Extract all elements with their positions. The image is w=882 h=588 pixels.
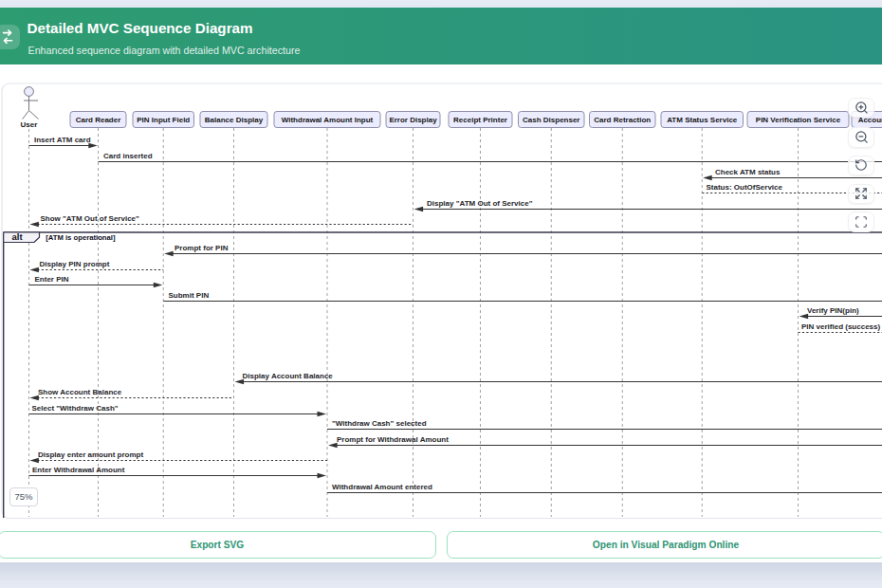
svg-text:"Withdraw Cash" selected: "Withdraw Cash" selected	[332, 419, 427, 428]
svg-text:Show "ATM Out of Service": Show "ATM Out of Service"	[41, 214, 140, 223]
svg-text:Prompt for Withdrawal Amount: Prompt for Withdrawal Amount	[337, 435, 449, 444]
svg-text:ATM Status Service: ATM Status Service	[667, 116, 738, 124]
svg-text:Card Reader: Card Reader	[76, 116, 121, 124]
svg-text:Withdrawal Amount Input: Withdrawal Amount Input	[282, 116, 374, 124]
svg-text:Submit PIN: Submit PIN	[169, 291, 210, 300]
svg-text:alt: alt	[12, 231, 24, 242]
svg-text:User: User	[21, 120, 38, 129]
svg-text:Insert ATM card: Insert ATM card	[34, 136, 91, 144]
svg-text:Enter Withdrawal Amount: Enter Withdrawal Amount	[32, 466, 125, 474]
svg-text:Display Account Balance: Display Account Balance	[243, 372, 334, 380]
svg-text:Check ATM status: Check ATM status	[715, 168, 781, 176]
svg-text:Display enter amount prompt: Display enter amount prompt	[38, 450, 143, 459]
svg-text:Cash Dispenser: Cash Dispenser	[523, 116, 579, 124]
svg-text:Select "Withdraw Cash": Select "Withdraw Cash"	[32, 404, 119, 413]
svg-text:Balance Display: Balance Display	[205, 116, 264, 124]
svg-text:Show Account Balance: Show Account Balance	[38, 388, 122, 396]
svg-text:Verify PIN(pin): Verify PIN(pin)	[807, 306, 859, 315]
svg-text:PIN verified (success): PIN verified (success)	[801, 322, 880, 331]
svg-text:Enter PIN: Enter PIN	[35, 275, 69, 284]
svg-text:Receipt Printer: Receipt Printer	[453, 116, 507, 124]
svg-text:Prompt for PIN: Prompt for PIN	[175, 244, 229, 252]
svg-text:Card inserted: Card inserted	[103, 152, 153, 160]
svg-text:[ATM is operational]: [ATM is operational]	[46, 233, 116, 242]
svg-text:Withdrawal Amount entered: Withdrawal Amount entered	[332, 483, 432, 491]
svg-text:PIN Verification Service: PIN Verification Service	[756, 116, 841, 124]
svg-text:Status: OutOfService: Status: OutOfService	[707, 183, 783, 192]
svg-text:Card Retraction: Card Retraction	[594, 116, 651, 124]
svg-text:PIN Input Field: PIN Input Field	[137, 116, 190, 124]
svg-text:Error Display: Error Display	[389, 116, 437, 124]
svg-text:Display "ATM Out of Service": Display "ATM Out of Service"	[427, 199, 533, 208]
svg-text:Display PIN prompt: Display PIN prompt	[40, 260, 110, 268]
